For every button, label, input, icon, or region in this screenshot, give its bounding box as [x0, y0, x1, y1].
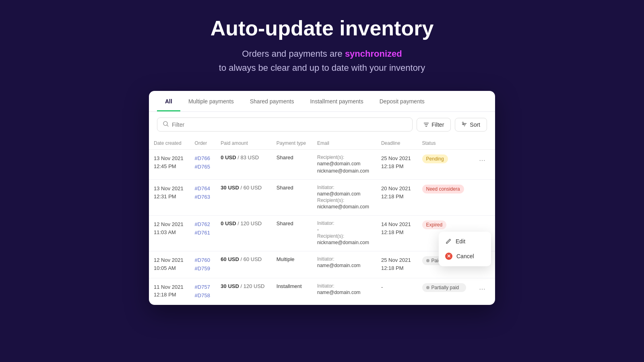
tab-installment[interactable]: Installment payments — [302, 91, 371, 111]
filter-button[interactable]: Filter — [417, 118, 451, 132]
svg-line-1 — [167, 125, 168, 126]
cell-email: Initiator:name@domain.com — [312, 251, 376, 278]
tabs-container: All Multiple payments Shared payments In… — [149, 91, 495, 112]
status-badge: Pending — [422, 154, 448, 163]
cancel-icon: ✕ — [445, 253, 452, 260]
cell-date: 13 Nov 202112:45 PM — [149, 150, 190, 180]
order-link[interactable]: #D761 — [195, 229, 211, 237]
cell-deadline: - — [376, 278, 417, 304]
cell-deadline: 25 Nov 202112:18 PM — [376, 251, 417, 278]
table-row: 11 Nov 202112:18 PM#D757#D75830 USD / 12… — [149, 278, 495, 304]
order-link[interactable]: #D757 — [195, 283, 211, 292]
cell-amount: 0 USD / 83 USD — [216, 150, 271, 180]
status-badge: Need considera — [422, 185, 464, 193]
cell-date: 12 Nov 202111:03 AM — [149, 216, 190, 251]
order-link[interactable]: #D759 — [195, 265, 211, 273]
order-link[interactable]: #D764 — [195, 185, 211, 193]
col-actions — [471, 137, 495, 150]
search-container — [157, 117, 413, 132]
cell-type: Installment — [272, 278, 312, 304]
cell-action: ⋯ — [471, 150, 495, 180]
main-card: All Multiple payments Shared payments In… — [149, 91, 495, 304]
tab-all[interactable]: All — [157, 91, 180, 111]
status-badge: Partially paid — [422, 283, 466, 292]
cell-status: Pending — [417, 150, 471, 180]
cell-email: Initiator:-Recipient(s):nickname@domain.… — [312, 216, 376, 251]
order-link[interactable]: #D760 — [195, 256, 211, 265]
status-badge: Expired — [422, 220, 447, 229]
col-order: Order — [190, 137, 216, 150]
table-row: 13 Nov 202112:31 PM#D764#D76330 USD / 60… — [149, 180, 495, 216]
sort-label: Sort — [470, 121, 480, 128]
cell-amount: 30 USD / 120 USD — [216, 278, 271, 304]
cell-action: ⋯ — [471, 278, 495, 304]
col-deadline: Deadline — [376, 137, 417, 150]
cell-deadline: 14 Nov 202112:18 PM — [376, 216, 417, 251]
cell-deadline: 25 Nov 202112:18 PM — [376, 150, 417, 180]
order-link[interactable]: #D763 — [195, 193, 211, 202]
edit-icon — [445, 238, 452, 245]
order-link[interactable]: #D762 — [195, 220, 211, 229]
cell-order: #D764#D763 — [190, 180, 216, 216]
subtitle-start: Orders and payments are — [242, 49, 345, 59]
cell-deadline: 20 Nov 202112:18 PM — [376, 180, 417, 216]
cell-email: Initiator:name@domain.comRecipient(s):ni… — [312, 180, 376, 216]
col-type: Payment type — [272, 137, 312, 150]
cell-amount: 0 USD / 120 USD — [216, 216, 271, 251]
cell-type: Shared — [272, 216, 312, 251]
table-wrapper: Date created Order Paid amount Payment t… — [149, 137, 495, 304]
col-paid: Paid amount — [216, 137, 271, 150]
cell-order: #D757#D758 — [190, 278, 216, 304]
hero-subtitle: Orders and payments are synchronized to … — [219, 47, 425, 75]
tab-shared[interactable]: Shared payments — [242, 91, 302, 111]
col-email: Email — [312, 137, 376, 150]
filter-label: Filter — [431, 121, 444, 128]
cell-date: 11 Nov 202112:18 PM — [149, 278, 190, 304]
order-link[interactable]: #D758 — [195, 292, 211, 300]
cell-email: Initiator:name@domain.com — [312, 278, 376, 304]
context-menu-edit[interactable]: Edit — [439, 234, 491, 249]
order-link[interactable]: #D765 — [195, 163, 211, 171]
cell-type: Shared — [272, 150, 312, 180]
cell-order: #D762#D761 — [190, 216, 216, 251]
tab-multiple[interactable]: Multiple payments — [180, 91, 242, 111]
page-title: Auto-update inventory — [211, 16, 434, 40]
payments-table: Date created Order Paid amount Payment t… — [149, 137, 495, 304]
cell-action — [471, 180, 495, 216]
col-date: Date created — [149, 137, 190, 150]
cell-email: Recipient(s):name@domain.comnickname@dom… — [312, 150, 376, 180]
toolbar: Filter Sort — [149, 112, 495, 137]
cell-amount: 30 USD / 60 USD — [216, 180, 271, 216]
cell-order: #D760#D759 — [190, 251, 216, 278]
tab-deposit[interactable]: Deposit payments — [372, 91, 433, 111]
cell-type: Multiple — [272, 251, 312, 278]
search-input[interactable] — [172, 121, 407, 128]
cell-order: #D766#D765 — [190, 150, 216, 180]
cell-status: Partially paid — [417, 278, 471, 304]
cell-date: 12 Nov 202110:05 AM — [149, 251, 190, 278]
subtitle-highlight: synchronized — [345, 49, 402, 59]
cell-type: Shared — [272, 180, 312, 216]
subtitle-end: to always be clear and up to date with y… — [219, 63, 425, 73]
table-row: 13 Nov 202112:45 PM#D766#D7650 USD / 83 … — [149, 150, 495, 180]
context-menu-cancel[interactable]: ✕ Cancel — [439, 249, 491, 264]
cancel-label: Cancel — [456, 253, 474, 259]
cell-status: Need considera — [417, 180, 471, 216]
order-link[interactable]: #D766 — [195, 154, 211, 163]
cell-amount: 60 USD / 60 USD — [216, 251, 271, 278]
row-action-button[interactable]: ⋯ — [476, 154, 489, 166]
row-action-button[interactable]: ⋯ — [476, 283, 489, 295]
col-status: Status — [417, 137, 471, 150]
context-menu: Edit ✕ Cancel — [439, 232, 491, 266]
cell-date: 13 Nov 202112:31 PM — [149, 180, 190, 216]
edit-label: Edit — [456, 238, 465, 245]
search-icon — [163, 121, 169, 128]
sort-button[interactable]: Sort — [455, 118, 487, 132]
